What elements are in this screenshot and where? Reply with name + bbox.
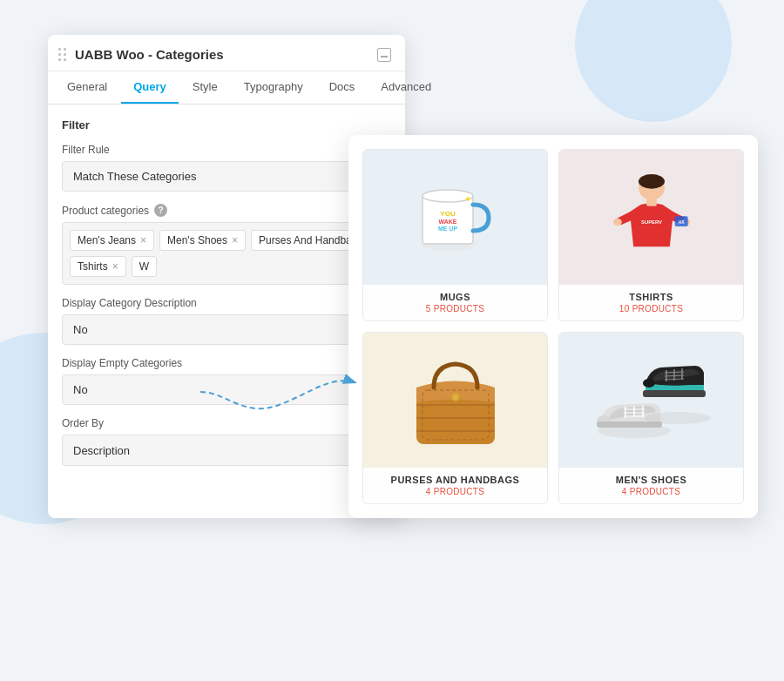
svg-rect-25 <box>597 421 662 428</box>
tag-remove-mens-shoes[interactable]: × <box>232 234 238 246</box>
drag-handle <box>58 48 66 61</box>
tab-query[interactable]: Query <box>121 71 179 104</box>
svg-text:WAKE: WAKE <box>438 219 456 225</box>
product-image-mugs: YOU WAKE ME UP ✦ <box>363 150 547 285</box>
tag-mens-shoes[interactable]: Men's Shoes × <box>159 230 246 251</box>
panel-title: UABB Woo - Categories <box>75 47 377 62</box>
order-by-dropdown[interactable]: Description ⌄ <box>62 435 391 466</box>
bg-decoration-right <box>575 0 732 122</box>
svg-text:SUPERV: SUPERV <box>641 219 662 224</box>
svg-point-33 <box>643 379 655 388</box>
display-cat-desc-value[interactable]: No <box>62 314 391 345</box>
tab-typography[interactable]: Typography <box>232 71 315 104</box>
product-card-shoes[interactable]: MEN'S SHOES 4 PRODUCTS <box>558 332 744 504</box>
svg-text:✦: ✦ <box>464 194 471 204</box>
product-label-tshirts: TSHIRTS 10 PRODUCTS <box>559 285 743 320</box>
svg-text:HX: HX <box>678 219 685 224</box>
product-image-shoes <box>559 333 743 468</box>
svg-rect-21 <box>453 394 458 400</box>
tag-remove-mens-jeans[interactable]: × <box>140 234 146 246</box>
section-filter-title: Filter <box>62 118 391 131</box>
tag-mens-jeans[interactable]: Men's Jeans × <box>70 230 154 251</box>
product-categories-label: Product categories ? <box>62 204 391 217</box>
product-label-mugs: MUGS 5 PRODUCTS <box>363 285 547 320</box>
display-empty-cat-label: Display Empty Categories <box>62 357 391 369</box>
tag-more[interactable]: W <box>132 256 157 277</box>
tab-advanced[interactable]: Advanced <box>368 71 443 104</box>
tab-docs[interactable]: Docs <box>317 71 368 104</box>
tag-tshirts[interactable]: Tshirts × <box>70 256 126 277</box>
tags-container[interactable]: Men's Jeans × Men's Shoes × Purses And H… <box>62 222 391 285</box>
tab-bar: General Query Style Typography Docs Adva… <box>48 71 405 105</box>
svg-text:YOU: YOU <box>440 210 456 218</box>
svg-text:ME UP: ME UP <box>437 226 457 232</box>
display-cat-desc-label: Display Category Description <box>62 297 391 309</box>
filter-rule-value[interactable]: Match These Categories <box>62 161 391 192</box>
panel-header: UABB Woo - Categories <box>48 35 405 71</box>
svg-point-12 <box>612 218 621 225</box>
product-image-purses <box>363 333 547 468</box>
tag-remove-tshirts[interactable]: × <box>112 260 118 273</box>
product-image-tshirts: SUPERV HX <box>559 150 743 285</box>
product-label-shoes: MEN'S SHOES 4 PRODUCTS <box>559 468 743 503</box>
product-card-tshirts[interactable]: SUPERV HX TSHIRTS 10 PRODUCTS <box>558 149 744 321</box>
tab-style[interactable]: Style <box>180 71 230 104</box>
product-card-purses[interactable]: PURSES AND HANDBAGS 4 PRODUCTS <box>362 332 548 504</box>
filter-rule-label: Filter Rule <box>62 144 391 156</box>
svg-point-32 <box>645 412 711 424</box>
product-panel: YOU WAKE ME UP ✦ MUGS 5 PRODUCTS <box>348 135 758 518</box>
display-empty-cat-value[interactable]: No <box>62 374 391 405</box>
help-icon[interactable]: ? <box>154 204 167 217</box>
product-card-mugs[interactable]: YOU WAKE ME UP ✦ MUGS 5 PRODUCTS <box>362 149 548 321</box>
svg-rect-34 <box>643 390 706 397</box>
minimize-button[interactable] <box>377 48 391 62</box>
order-by-label: Order By <box>62 417 391 429</box>
product-grid: YOU WAKE ME UP ✦ MUGS 5 PRODUCTS <box>362 149 744 504</box>
product-label-purses: PURSES AND HANDBAGS 4 PRODUCTS <box>363 468 547 503</box>
svg-point-9 <box>639 174 665 189</box>
svg-rect-11 <box>646 199 657 206</box>
tab-general[interactable]: General <box>55 71 119 104</box>
